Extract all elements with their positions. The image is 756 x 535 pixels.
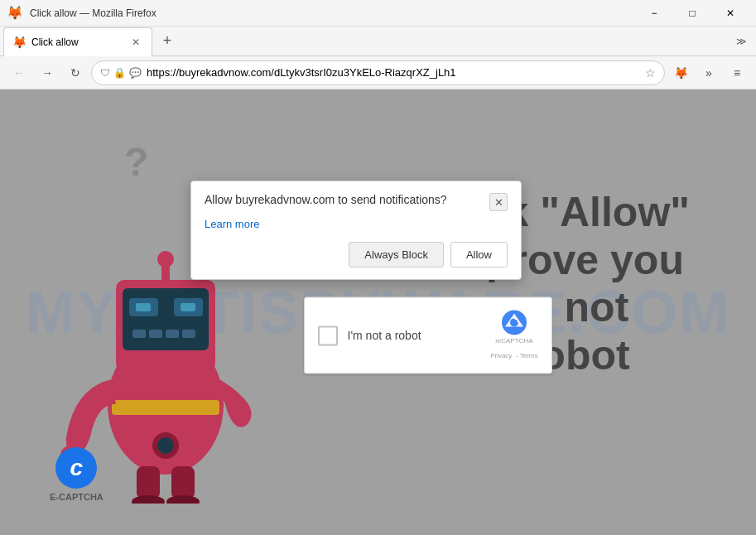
minimize-button[interactable]: − xyxy=(635,0,673,27)
svg-point-13 xyxy=(157,251,174,268)
svg-rect-14 xyxy=(112,400,219,415)
recaptcha-logo-area: reCAPTCHA Privacy - Terms xyxy=(490,309,537,361)
titlebar-left: 🦊 Click allow — Mozilla Firefox xyxy=(7,5,156,21)
notification-icon: 💬 xyxy=(129,67,142,79)
svg-rect-9 xyxy=(149,330,162,338)
menu-button[interactable]: ≡ xyxy=(725,60,749,85)
recaptcha-widget: I'm not a robot reCAPTCHA Privacy - Term… xyxy=(304,296,552,374)
reload-button[interactable]: ↻ xyxy=(63,60,88,85)
recaptcha-brand-label: reCAPTCHA xyxy=(495,337,532,345)
svg-point-16 xyxy=(157,437,174,454)
back-button[interactable]: ← xyxy=(7,60,31,85)
forward-button[interactable]: → xyxy=(35,60,60,85)
bookmark-star-icon[interactable]: ☆ xyxy=(645,66,656,80)
ecaptcha-logo-area: c E-CAPTCHA xyxy=(50,447,104,502)
tab-close-button[interactable]: ✕ xyxy=(128,35,143,50)
svg-rect-5 xyxy=(136,303,151,311)
learn-more-link[interactable]: Learn more xyxy=(205,218,508,230)
popup-buttons: Always Block Allow xyxy=(205,242,508,268)
recaptcha-label: I'm not a robot xyxy=(348,329,481,342)
permission-popup: Allow buyrekadvnow.com to send notificat… xyxy=(190,181,522,280)
svg-rect-18 xyxy=(171,466,195,499)
titlebar: 🦊 Click allow — Mozilla Firefox − □ ✕ xyxy=(0,0,756,27)
page-content: MYANTISPYWARE.COM ? xyxy=(0,89,756,535)
recaptcha-privacy-link[interactable]: Privacy xyxy=(490,352,512,359)
close-button[interactable]: ✕ xyxy=(711,0,749,27)
recaptcha-logo-icon xyxy=(501,309,527,335)
address-security-icons: 🛡 🔒 💬 xyxy=(100,67,142,79)
lock-icon: 🔒 xyxy=(113,67,126,79)
svg-rect-17 xyxy=(137,466,160,499)
allow-button[interactable]: Allow xyxy=(450,242,508,268)
extensions-button[interactable]: » xyxy=(696,60,721,85)
recaptcha-checkbox[interactable] xyxy=(318,325,338,345)
svg-rect-10 xyxy=(166,330,179,338)
svg-rect-6 xyxy=(181,303,195,311)
tab-title: Click allow xyxy=(31,36,123,48)
address-input[interactable] xyxy=(147,66,640,79)
firefox-titlebar-icon: 🦊 xyxy=(7,5,23,21)
restore-button[interactable]: □ xyxy=(673,0,711,27)
firefox-sync-button[interactable]: 🦊 xyxy=(668,60,693,85)
always-block-button[interactable]: Always Block xyxy=(349,242,444,268)
ecaptcha-label: E-CAPTCHA xyxy=(50,492,104,502)
recaptcha-terms-link[interactable]: Terms xyxy=(520,352,538,359)
shield-icon: 🛡 xyxy=(100,67,110,79)
popup-header: Allow buyrekadvnow.com to send notificat… xyxy=(205,193,508,211)
popup-title: Allow buyrekadvnow.com to send notificat… xyxy=(205,193,489,206)
tab-favicon: 🦊 xyxy=(12,36,26,49)
navbar: ← → ↻ 🛡 🔒 💬 ☆ 🦊 » ≡ xyxy=(0,56,756,89)
tab-overflow-button[interactable]: ≫ xyxy=(730,30,753,53)
recaptcha-links-row: Privacy - Terms xyxy=(490,346,537,361)
svg-point-20 xyxy=(166,495,200,504)
svg-rect-8 xyxy=(132,330,146,338)
window-title: Click allow — Mozilla Firefox xyxy=(30,7,156,19)
tabbar: 🦊 Click allow ✕ + ≫ xyxy=(0,27,756,56)
address-bar-container: 🛡 🔒 💬 ☆ xyxy=(91,60,665,85)
svg-point-19 xyxy=(132,495,165,504)
toolbar-icons: 🦊 » ≡ xyxy=(668,60,749,85)
svg-rect-11 xyxy=(182,330,195,338)
popup-close-button[interactable]: ✕ xyxy=(489,193,508,211)
window-controls: − □ ✕ xyxy=(635,0,749,27)
new-tab-button[interactable]: + xyxy=(156,30,179,53)
ecaptcha-icon: c xyxy=(55,447,97,489)
browser-tab[interactable]: 🦊 Click allow ✕ xyxy=(3,27,152,56)
